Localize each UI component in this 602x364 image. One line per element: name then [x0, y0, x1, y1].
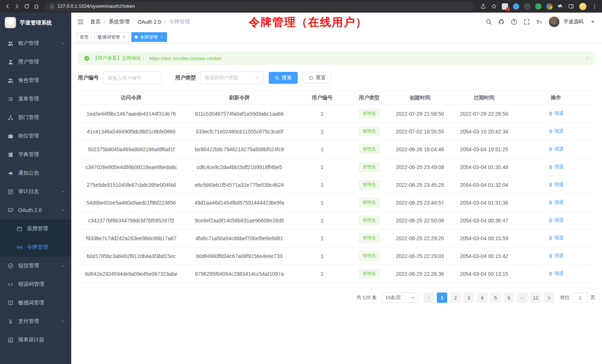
sidebar-item-menu[interactable]: 菜单管理 — [0, 90, 71, 108]
cell-user-type: 管理员 — [350, 176, 388, 194]
sidebar-item-oauth2-token[interactable]: 令牌管理 — [0, 238, 71, 257]
extensions-puzzle-icon[interactable] — [557, 3, 563, 9]
force-logout-label: 强退 — [554, 128, 564, 135]
force-logout-button[interactable]: 强退 — [548, 128, 564, 135]
prev-page-button[interactable] — [423, 292, 434, 303]
font-size-icon[interactable]: TT — [536, 19, 543, 25]
share-icon[interactable] — [480, 3, 486, 9]
cell-expire-time: 2054-03-04 19:51:25 — [451, 140, 517, 158]
help-icon[interactable] — [511, 19, 517, 25]
sidebar-item-sensitive-word[interactable]: 敏感词管理 — [0, 294, 71, 312]
search-icon[interactable] — [485, 19, 492, 25]
sidebar-item-notice[interactable]: 通知公告 — [0, 164, 71, 182]
oauth-icon — [7, 208, 13, 213]
force-logout-button[interactable]: 强退 — [548, 181, 564, 188]
goto-page-input[interactable] — [572, 292, 588, 303]
user-icon — [7, 59, 13, 65]
site-info-icon[interactable] — [50, 4, 55, 9]
sidebar-item-error-code[interactable]: 错误码管理 — [0, 275, 71, 294]
user-name[interactable]: 芋道源码 — [563, 19, 583, 25]
breadcrumb-item[interactable]: 系统管理 — [109, 19, 130, 25]
side-panel-icon[interactable] — [568, 3, 574, 9]
sidebar-item-role[interactable]: 角色管理 — [0, 71, 71, 90]
notice-icon — [7, 171, 13, 176]
force-logout-button[interactable]: 强退 — [548, 252, 564, 259]
forward-icon[interactable] — [14, 3, 20, 9]
sidebar-item-user[interactable]: 用户管理 — [0, 53, 71, 71]
reset-button[interactable]: 重置 — [303, 72, 332, 84]
column-header: 过期时间 — [451, 91, 517, 105]
breadcrumb-item[interactable]: 首页 — [90, 19, 101, 25]
fullscreen-icon[interactable] — [523, 19, 530, 25]
sidebar-item-dept[interactable]: 部门管理 — [0, 108, 71, 127]
github-icon[interactable] — [498, 19, 505, 25]
sidebar-item-tenant[interactable]: 租户管理 — [0, 34, 71, 53]
page-size-select[interactable]: 10条/页 — [382, 292, 418, 303]
user-avatar[interactable] — [549, 16, 560, 27]
force-logout-button[interactable]: 强退 — [548, 110, 564, 117]
home-icon[interactable] — [33, 3, 39, 9]
sidebar-item-dict[interactable]: 字典管理 — [0, 145, 71, 164]
page-button-6[interactable]: 6 — [504, 292, 514, 303]
app-logo[interactable]: 芋道管理系统 — [0, 13, 71, 33]
force-logout-button[interactable]: 强退 — [548, 146, 564, 152]
cell-access-token: f9336e7c7dd242a283ee98dc86b17a87 — [78, 229, 184, 247]
force-logout-button[interactable]: 强退 — [548, 217, 564, 224]
force-logout-button[interactable]: 强退 — [548, 163, 564, 170]
pages-ellipsis[interactable]: ··· — [517, 292, 527, 303]
tab-home[interactable]: 首页 — [76, 32, 92, 42]
extension-icon[interactable] — [524, 3, 530, 10]
sidebar-item-report-designer[interactable]: 报表设计器 — [0, 331, 71, 349]
extension-icon[interactable] — [502, 3, 508, 10]
sidebar-toggle-icon[interactable] — [77, 19, 84, 25]
sidebar-item-label: 报表设计器 — [18, 337, 65, 343]
bookmark-star-icon[interactable] — [491, 3, 497, 9]
page-button-1[interactable]: 1 — [437, 292, 447, 303]
chevron-down-icon — [61, 189, 65, 194]
extension-icon[interactable] — [546, 3, 553, 10]
back-icon[interactable] — [4, 3, 10, 9]
cell-user-id: 1 — [294, 176, 350, 194]
refresh-icon[interactable] — [24, 3, 30, 9]
doc-link[interactable]: https://doc.iocoder.cn/user-center/ — [149, 56, 222, 61]
search-button[interactable]: 搜索 — [269, 72, 298, 84]
sidebar-item-audit-log[interactable]: 审计日志 — [0, 182, 71, 201]
sidebar-item-pay[interactable]: 支付管理 — [0, 312, 71, 331]
user-type-select[interactable]: 请选择用户类型 — [200, 72, 264, 84]
extension-icon[interactable] — [513, 3, 519, 10]
cell-user-type: 管理员 — [350, 247, 388, 265]
extension-icon[interactable] — [535, 3, 542, 10]
breadcrumb-item[interactable]: OAuth 2.0 — [138, 19, 161, 25]
tabs-bar: 首页敏感词管理令牌管理 — [71, 31, 602, 43]
tab-close-icon[interactable] — [122, 35, 126, 39]
next-page-button[interactable] — [544, 292, 554, 303]
page-button-5[interactable]: 5 — [490, 292, 501, 303]
sidebar-item-sms[interactable]: 短信管理 — [0, 257, 71, 275]
address-bar[interactable]: 127.0.0.1:1024/system/oauth2/token — [45, 2, 474, 11]
user-caret-icon[interactable] — [589, 19, 596, 25]
page-button-2[interactable]: 2 — [450, 292, 461, 303]
sidebar-item-oauth2-app[interactable]: 应用管理 — [0, 219, 71, 238]
cell-user-id: 1 — [294, 194, 350, 212]
sidebar-item-post[interactable]: 岗位管理 — [0, 127, 71, 145]
tab-close-icon[interactable] — [160, 35, 164, 39]
tab-token[interactable]: 令牌管理 — [131, 32, 167, 42]
cell-action: 强退 — [517, 194, 595, 212]
alert-close-icon[interactable] — [585, 56, 589, 60]
browser-menu-icon[interactable] — [592, 3, 598, 9]
force-logout-button[interactable]: 强退 — [548, 235, 564, 241]
delete-icon — [548, 129, 553, 134]
cell-action: 强退 — [517, 176, 595, 194]
page-button-3[interactable]: 3 — [464, 292, 474, 303]
force-logout-button[interactable]: 强退 — [548, 199, 564, 206]
browser-profile-avatar[interactable] — [579, 3, 587, 10]
page-button-12[interactable]: 12 — [530, 292, 541, 303]
user-id-input[interactable] — [103, 72, 162, 84]
tab-sensitive-word[interactable]: 敏感词管理 — [94, 32, 129, 42]
sidebar-item-oauth2[interactable]: OAuth 2.0 — [0, 201, 71, 219]
app-title: 芋道管理系统 — [20, 19, 52, 26]
page-button-4[interactable]: 4 — [477, 292, 487, 303]
report-icon — [7, 337, 13, 343]
force-logout-button[interactable]: 强退 — [548, 270, 564, 277]
cell-refresh-token: 9ce8ef2aa9f14056b831ae9b608e28d5 — [184, 212, 294, 229]
